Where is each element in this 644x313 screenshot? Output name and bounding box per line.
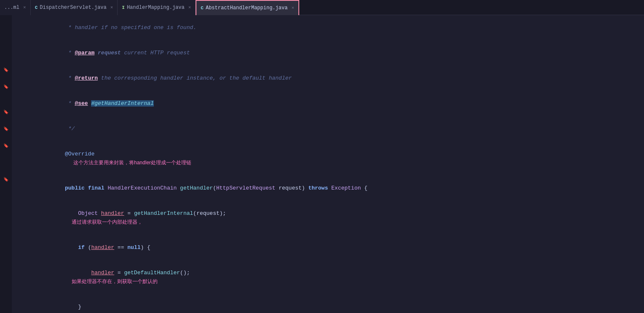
code-area[interactable]: * handler if no specified one is found. … xyxy=(12,15,644,313)
abstract-tab-label: AbstractHandlerMapping.java xyxy=(206,5,287,11)
abstract-tab-close[interactable]: × xyxy=(291,5,294,11)
code-line-default-handler: handler = getDefaultHandler(); 如果处理器不存在，… xyxy=(15,260,644,294)
xml-tab-close[interactable]: × xyxy=(23,5,26,10)
handler-tab-label: HandlerMapping.java xyxy=(127,5,185,11)
code-line-handler-assign: Object handler = getHandlerInternal(requ… xyxy=(15,201,644,235)
dispatcher-tab-close[interactable]: × xyxy=(110,5,113,10)
code-line-brace1: } xyxy=(15,294,644,313)
code-line-if1: if (handler == null) { xyxy=(15,235,644,260)
handler-tab-close[interactable]: × xyxy=(188,5,191,10)
app-window: ...ml × C DispatcherServlet.java × I Han… xyxy=(0,0,644,313)
bookmark-icon-3[interactable]: 🔖 xyxy=(3,108,9,116)
bookmark-icon-1[interactable]: 🔖 xyxy=(3,66,9,74)
code-line-close-comment: */ xyxy=(15,116,644,142)
tab-dispatcher[interactable]: C DispatcherServlet.java × xyxy=(31,0,118,15)
code-line-return-doc: * @return the corresponding handler inst… xyxy=(15,66,644,91)
editor-area: 🔖 🔖 🔖 🔖 🔖 🔖 * handler if no specified on… xyxy=(0,15,644,313)
gutter: 🔖 🔖 🔖 🔖 🔖 🔖 xyxy=(0,15,12,313)
dispatcher-tab-label: DispatcherServlet.java xyxy=(40,5,106,11)
tab-xml[interactable]: ...ml × xyxy=(0,0,31,15)
code-line-param: * @param request current HTTP request xyxy=(15,40,644,66)
tab-abstract[interactable]: C AbstractHandlerMapping.java × xyxy=(196,0,299,15)
override-cn-annotation: 这个方法主要用来封装，将handler处理成一个处理链 xyxy=(73,160,191,166)
abstract-tab-icon: C xyxy=(201,5,204,11)
bookmark-icon-5[interactable]: 🔖 xyxy=(3,142,9,150)
default-handler-cn: 如果处理器不存在，则获取一个默认的 xyxy=(72,278,158,284)
code-line-see: * @see #getHandlerInternal xyxy=(15,91,644,116)
xml-tab-label: ...ml xyxy=(4,5,19,11)
tab-handler[interactable]: I HandlerMapping.java × xyxy=(118,0,196,15)
code-line-method-sig: public final HandlerExecutionChain getHa… xyxy=(15,176,644,201)
dispatcher-tab-icon: C xyxy=(35,5,38,10)
bookmark-icon-6[interactable]: 🔖 xyxy=(3,175,9,184)
bookmark-icon-4[interactable]: 🔖 xyxy=(3,125,9,133)
code-line-1: * handler if no specified one is found. xyxy=(15,15,644,40)
bookmark-icon-2[interactable]: 🔖 xyxy=(3,83,9,91)
handler-assign-cn: 通过请求获取一个内部处理器， xyxy=(72,219,142,225)
handler-tab-icon: I xyxy=(122,5,125,10)
code-line-override: @Override 这个方法主要用来封装，将handler处理成一个处理链 xyxy=(15,142,644,176)
tab-bar: ...ml × C DispatcherServlet.java × I Han… xyxy=(0,0,644,15)
